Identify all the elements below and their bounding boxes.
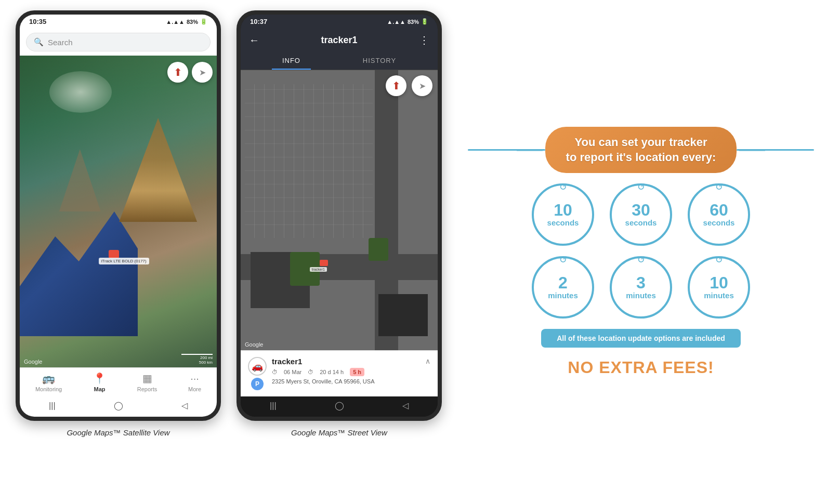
number-10min: 10 bbox=[710, 274, 728, 291]
android-recents-1[interactable]: ◁ bbox=[181, 401, 188, 410]
phone1-status-icons: ▲.▲▲ 83% 🔋 bbox=[166, 18, 207, 25]
nav-more[interactable]: ··· More bbox=[188, 373, 201, 392]
arrow-30sec: ↺ bbox=[637, 181, 645, 193]
tab-info[interactable]: INFO bbox=[272, 51, 311, 70]
phone2-compass[interactable]: ⬆ bbox=[386, 75, 406, 96]
unit-2min: minutes bbox=[548, 291, 578, 300]
phone2-android-nav: ||| ◯ ◁ bbox=[241, 396, 438, 417]
tracker-details: tracker1 ⏱ 06 Mar ⏱ 20 d 14 h 5 h 2325 M… bbox=[272, 357, 420, 384]
number-2min: 2 bbox=[558, 274, 568, 291]
tracker-icon-area: 🚗 P bbox=[248, 357, 267, 390]
phone1-search-placeholder: Search bbox=[48, 38, 73, 47]
phone2-time: 10:37 bbox=[250, 18, 267, 25]
number-60sec: 60 bbox=[710, 202, 728, 218]
time-badge: 5 h bbox=[350, 368, 364, 376]
phone1-caption: Google Maps™ Satellite View bbox=[67, 428, 169, 437]
tracker-info-card: 🚗 P tracker1 ⏱ 06 Mar ⏱ 20 d 14 h 5 h 23… bbox=[241, 350, 438, 396]
circle-60sec: ↺ 60 seconds bbox=[688, 183, 750, 246]
menu-button[interactable]: ⋮ bbox=[419, 34, 429, 46]
phone2-status-bar: 10:37 ▲.▲▲ 83% 🔋 bbox=[241, 15, 438, 29]
android-home-2[interactable]: ◯ bbox=[335, 401, 344, 410]
main-container: 10:35 ▲.▲▲ 83% 🔋 🔍 Search bbox=[0, 0, 840, 504]
android-recents-2[interactable]: ◁ bbox=[402, 401, 409, 410]
unit-30sec: seconds bbox=[625, 218, 657, 228]
no-extra-fees: NO EXTRA FEES! bbox=[568, 358, 714, 377]
nav-monitoring-label: Monitoring bbox=[35, 386, 62, 392]
android-back-2[interactable]: ||| bbox=[270, 401, 276, 410]
nav-monitoring[interactable]: 🚌 Monitoring bbox=[35, 372, 62, 392]
circles-row-1: ↺ 10 seconds ↺ 30 seconds ↺ 60 seconds bbox=[532, 183, 750, 246]
phone2-location-btn[interactable]: ➤ bbox=[412, 75, 432, 96]
unit-3min: minutes bbox=[626, 291, 656, 300]
phone1-map[interactable]: ⬆ ➤ iTrack LTE BOLD (0177) Google 200 mi… bbox=[20, 56, 217, 367]
more-icon: ··· bbox=[190, 373, 199, 384]
arrow-10sec: ↺ bbox=[559, 181, 567, 193]
phone2-battery: 83% bbox=[408, 19, 419, 25]
parking-area bbox=[245, 84, 373, 238]
phone2-caption: Google Maps™ Street View bbox=[291, 428, 387, 437]
tab-info-label: INFO bbox=[282, 57, 300, 64]
circles-row-2: ↺ 2 minutes ↺ 3 minutes ↺ 10 minutes bbox=[532, 256, 750, 319]
phone1-signal-icon: ▲.▲▲ bbox=[166, 19, 185, 25]
car-icon: 🚗 bbox=[248, 357, 267, 376]
monitoring-icon: 🚌 bbox=[42, 372, 55, 384]
unit-60sec: seconds bbox=[703, 218, 735, 228]
headline-badge: You can set your tracker to report it's … bbox=[545, 127, 737, 173]
unit-10sec: seconds bbox=[547, 218, 579, 228]
phone1-section: 10:35 ▲.▲▲ 83% 🔋 🔍 Search bbox=[16, 10, 221, 494]
arrow-3min: ↺ bbox=[637, 254, 645, 266]
circle-30sec: ↺ 30 seconds bbox=[610, 183, 672, 246]
phone1-search-box[interactable]: 🔍 Search bbox=[26, 33, 211, 51]
tracker-date: 06 Mar bbox=[284, 369, 301, 375]
tracker-duration: 20 d 14 h bbox=[320, 369, 344, 375]
tab-history[interactable]: HISTORY bbox=[352, 51, 406, 70]
scale-mi: 200 mi bbox=[200, 355, 213, 360]
phone1-time: 10:35 bbox=[29, 18, 46, 25]
parking-lot bbox=[241, 70, 438, 350]
search-icon: 🔍 bbox=[34, 37, 44, 47]
google-logo-1: Google bbox=[24, 359, 42, 365]
number-30sec: 30 bbox=[632, 202, 650, 218]
compass-icon[interactable]: ⬆ bbox=[167, 62, 188, 83]
phone1-search-bar: 🔍 Search bbox=[20, 29, 217, 56]
building-2 bbox=[378, 294, 428, 336]
circle-3min: ↺ 3 minutes bbox=[610, 256, 672, 319]
android-home-1[interactable]: ◯ bbox=[114, 401, 123, 410]
bottom-banner: All of these location update options are… bbox=[541, 329, 741, 348]
tracker-tabs: INFO HISTORY bbox=[241, 51, 438, 70]
clock-icon: ⏱ bbox=[272, 369, 278, 375]
parking-badge: P bbox=[251, 378, 264, 390]
scale-km: 500 km bbox=[199, 360, 213, 365]
info-tracker-name: tracker1 bbox=[272, 357, 420, 366]
number-10sec: 10 bbox=[554, 202, 572, 218]
street-map-bg: ⬆ ➤ tracker1 Google bbox=[241, 70, 438, 350]
chevron-up-icon[interactable]: ∧ bbox=[425, 357, 430, 365]
location-button[interactable]: ➤ bbox=[192, 62, 213, 83]
unit-10min: minutes bbox=[704, 291, 734, 300]
timer-icon: ⏱ bbox=[308, 369, 313, 375]
nav-reports[interactable]: ▦ Reports bbox=[137, 372, 158, 392]
street-car-marker bbox=[320, 260, 328, 266]
banner-text: All of these location update options are… bbox=[557, 334, 725, 342]
android-back-1[interactable]: ||| bbox=[49, 401, 55, 410]
arrow-2min: ↺ bbox=[559, 254, 567, 266]
headline-text: You can set your tracker to report it's … bbox=[566, 135, 716, 165]
phone1-status-bar: 10:35 ▲.▲▲ 83% 🔋 bbox=[20, 15, 217, 29]
phone1-android-nav: ||| ◯ ◁ bbox=[20, 396, 217, 417]
phone1-battery: 83% bbox=[187, 19, 198, 25]
green-area-2 bbox=[369, 238, 388, 260]
phone2-frame: 10:37 ▲.▲▲ 83% 🔋 ← tracker1 ⋮ INFO H bbox=[237, 10, 442, 421]
back-button[interactable]: ← bbox=[249, 34, 259, 46]
arrow-60sec: ↺ bbox=[715, 181, 723, 193]
phone2-status-icons: ▲.▲▲ 83% 🔋 bbox=[387, 18, 428, 25]
number-3min: 3 bbox=[636, 274, 646, 291]
google-logo-2: Google bbox=[245, 341, 263, 348]
map-scale: 200 mi 500 km bbox=[181, 354, 213, 365]
nav-map[interactable]: 📍 Map bbox=[93, 372, 106, 392]
tracker-title: tracker1 bbox=[321, 35, 357, 46]
phone2-map[interactable]: ⬆ ➤ tracker1 Google bbox=[241, 70, 438, 350]
phone2-signal-icon: ▲.▲▲ bbox=[387, 19, 405, 25]
headline-area: You can set your tracker to report it's … bbox=[468, 127, 814, 173]
arrow-10min: ↺ bbox=[715, 254, 723, 266]
tracker-label: iTrack LTE BOLD (0177) bbox=[99, 258, 149, 264]
